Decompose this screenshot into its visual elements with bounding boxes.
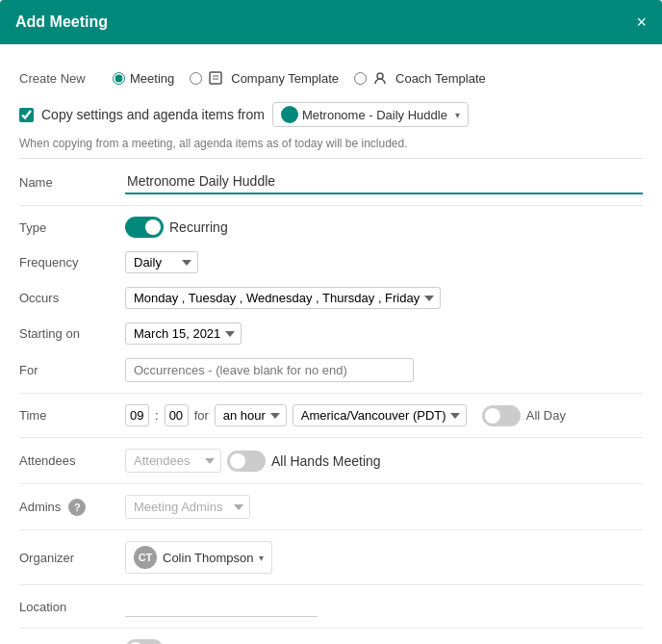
- recurring-label: Recurring: [169, 219, 228, 235]
- radio-meeting-label: Meeting: [130, 71, 174, 86]
- add-meeting-dialog: Add Meeting × Create New Meeting Company…: [0, 0, 662, 644]
- copy-from-value: Metronome - Daily Huddle: [302, 108, 447, 122]
- copy-from-chevron: ▾: [455, 110, 460, 120]
- occurs-content: Monday , Tuesday , Wednesday , Thursday …: [125, 287, 643, 309]
- copy-from-select[interactable]: Metronome - Daily Huddle ▾: [272, 102, 469, 127]
- coach-plan-toggle[interactable]: [125, 639, 164, 644]
- dialog-header: Add Meeting ×: [0, 0, 662, 44]
- recurring-toggle[interactable]: [125, 217, 164, 238]
- radio-meeting[interactable]: Meeting: [113, 71, 174, 86]
- time-content: 09 : 00 for an hour America/Vancouver (P…: [125, 404, 643, 426]
- copy-hint: When copying from a meeting, all agenda …: [19, 133, 643, 159]
- time-for-text: for: [194, 408, 209, 423]
- create-new-row: Create New Meeting Company Template: [19, 60, 643, 96]
- type-row: Type Recurring: [19, 210, 643, 245]
- admins-label: Admins ?: [19, 499, 125, 516]
- organizer-select[interactable]: CT Colin Thompson ▾: [125, 541, 272, 574]
- recurring-slider: [125, 217, 164, 238]
- frequency-select[interactable]: Daily Weekly Monthly: [125, 251, 198, 273]
- starting-on-label: Starting on: [19, 326, 125, 341]
- organizer-row: Organizer CT Colin Thompson ▾: [19, 534, 643, 580]
- for-label: For: [19, 363, 125, 377]
- radio-coach-template[interactable]: Coach Template: [354, 69, 486, 87]
- time-row: Time 09 : 00 for an hour America/Vancou: [19, 398, 643, 433]
- for-input[interactable]: [125, 358, 414, 382]
- attendees-row: Attendees Attendees All Hands Meeting: [19, 442, 643, 479]
- all-day-section: All Day: [482, 405, 566, 426]
- dialog-title: Add Meeting: [15, 13, 108, 31]
- name-input[interactable]: [125, 169, 643, 194]
- company-template-icon: [207, 69, 224, 87]
- for-content: [125, 358, 643, 382]
- for-row: For: [19, 351, 643, 389]
- organizer-label: Organizer: [19, 551, 125, 565]
- organizer-avatar: CT: [134, 546, 157, 569]
- all-hands-label: All Hands Meeting: [271, 453, 381, 469]
- type-label: Type: [19, 220, 125, 235]
- svg-rect-0: [210, 72, 221, 84]
- attendees-select[interactable]: Attendees: [125, 449, 221, 473]
- create-new-label: Create New: [19, 71, 101, 86]
- occurs-row: Occurs Monday , Tuesday , Wednesday , Th…: [19, 280, 643, 316]
- time-label: Time: [19, 408, 125, 423]
- admins-row: Admins ? Meeting Admins: [19, 488, 643, 526]
- starting-on-select[interactable]: March 15, 2021: [125, 322, 242, 345]
- occurs-label: Occurs: [19, 291, 125, 305]
- all-day-label: All Day: [526, 408, 566, 423]
- coach-plan-content: Show on Coach Plan: [125, 639, 643, 644]
- frequency-content: Daily Weekly Monthly: [125, 251, 643, 273]
- time-minute-select[interactable]: 00: [165, 404, 189, 426]
- time-duration-select[interactable]: an hour: [215, 404, 287, 426]
- coach-plan-row: Show on Coach Plan: [19, 632, 643, 644]
- copy-settings-row: Copy settings and agenda items from Metr…: [19, 96, 643, 133]
- admins-select[interactable]: Meeting Admins: [125, 495, 250, 519]
- starting-on-content: March 15, 2021: [125, 322, 643, 345]
- radio-company-template-label: Company Template: [231, 71, 339, 86]
- location-input[interactable]: [125, 596, 318, 617]
- name-content: [125, 169, 643, 194]
- time-colon: :: [155, 408, 159, 423]
- coach-template-icon: [371, 69, 389, 87]
- location-row: Location: [19, 589, 643, 624]
- time-timezone-select[interactable]: America/Vancouver (PDT): [293, 404, 467, 426]
- frequency-label: Frequency: [19, 255, 125, 270]
- radio-group: Meeting Company Template Coach Template: [113, 69, 486, 87]
- copy-from-avatar: [281, 106, 298, 123]
- close-button[interactable]: ×: [636, 13, 647, 31]
- occurs-select[interactable]: Monday , Tuesday , Wednesday , Thursday …: [125, 287, 441, 309]
- radio-company-template[interactable]: Company Template: [190, 69, 339, 87]
- all-day-toggle[interactable]: [482, 405, 521, 426]
- admins-help-icon[interactable]: ?: [68, 499, 86, 516]
- location-content: [125, 596, 643, 617]
- organizer-chevron: ▾: [259, 553, 264, 563]
- type-content: Recurring: [125, 217, 643, 238]
- name-row: Name: [19, 163, 643, 201]
- starting-on-row: Starting on March 15, 2021: [19, 316, 643, 351]
- all-hands-toggle[interactable]: [227, 451, 266, 472]
- dialog-body: Create New Meeting Company Template: [0, 44, 662, 644]
- svg-point-3: [377, 73, 383, 79]
- time-hour-select[interactable]: 09: [125, 404, 149, 426]
- name-label: Name: [19, 175, 125, 190]
- copy-settings-label: Copy settings and agenda items from: [41, 107, 265, 122]
- location-label: Location: [19, 600, 125, 614]
- frequency-row: Frequency Daily Weekly Monthly: [19, 245, 643, 280]
- organizer-content: CT Colin Thompson ▾: [125, 541, 643, 574]
- organizer-name: Colin Thompson: [163, 551, 253, 565]
- time-controls: 09 : 00 for an hour America/Vancouver (P…: [125, 404, 566, 426]
- coach-plan-slider: [125, 639, 164, 644]
- attendees-label: Attendees: [19, 453, 125, 468]
- all-day-slider: [482, 405, 521, 426]
- copy-settings-checkbox[interactable]: [19, 108, 34, 122]
- admins-content: Meeting Admins: [125, 495, 643, 519]
- all-hands-slider: [227, 451, 266, 472]
- attendees-content: Attendees All Hands Meeting: [125, 449, 643, 473]
- radio-coach-template-label: Coach Template: [395, 71, 486, 86]
